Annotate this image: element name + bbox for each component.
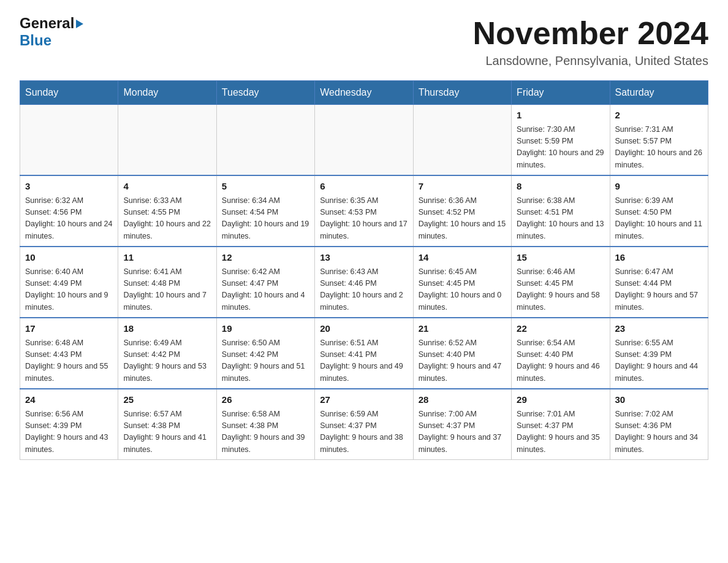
week-row-5: 24Sunrise: 6:56 AMSunset: 4:39 PMDayligh…: [20, 389, 708, 460]
day-number: 1: [517, 109, 604, 123]
day-info: Sunrise: 7:02 AMSunset: 4:36 PMDaylight:…: [615, 408, 703, 456]
day-info: Sunrise: 6:49 AMSunset: 4:42 PMDaylight:…: [123, 337, 211, 385]
cell-w4-d7: 23Sunrise: 6:55 AMSunset: 4:39 PMDayligh…: [610, 318, 708, 389]
day-number: 23: [615, 322, 703, 336]
calendar-header-row: SundayMondayTuesdayWednesdayThursdayFrid…: [20, 81, 708, 105]
cell-w3-d4: 13Sunrise: 6:43 AMSunset: 4:46 PMDayligh…: [315, 247, 413, 318]
day-number: 30: [615, 393, 703, 407]
day-number: 25: [123, 393, 211, 407]
logo: General Blue: [20, 15, 83, 49]
day-number: 12: [222, 251, 309, 265]
cell-w2-d7: 9Sunrise: 6:39 AMSunset: 4:50 PMDaylight…: [610, 175, 708, 247]
cell-w3-d3: 12Sunrise: 6:42 AMSunset: 4:47 PMDayligh…: [216, 247, 314, 318]
cell-w2-d5: 7Sunrise: 6:36 AMSunset: 4:52 PMDaylight…: [413, 175, 511, 247]
cell-w4-d5: 21Sunrise: 6:52 AMSunset: 4:40 PMDayligh…: [413, 318, 511, 389]
week-row-3: 10Sunrise: 6:40 AMSunset: 4:49 PMDayligh…: [20, 247, 708, 318]
day-info: Sunrise: 6:32 AMSunset: 4:56 PMDaylight:…: [25, 195, 113, 243]
day-number: 9: [615, 180, 703, 194]
day-number: 10: [25, 251, 113, 265]
day-info: Sunrise: 6:50 AMSunset: 4:42 PMDaylight:…: [222, 337, 309, 385]
day-number: 19: [222, 322, 309, 336]
day-number: 22: [517, 322, 604, 336]
header-friday: Friday: [512, 81, 610, 105]
cell-w5-d3: 26Sunrise: 6:58 AMSunset: 4:38 PMDayligh…: [216, 389, 314, 460]
day-number: 15: [517, 251, 604, 265]
day-info: Sunrise: 6:56 AMSunset: 4:39 PMDaylight:…: [25, 408, 113, 456]
day-info: Sunrise: 6:38 AMSunset: 4:51 PMDaylight:…: [517, 195, 604, 243]
cell-w1-d2: [118, 105, 216, 176]
cell-w3-d2: 11Sunrise: 6:41 AMSunset: 4:48 PMDayligh…: [118, 247, 216, 318]
title-area: November 2024 Lansdowne, Pennsylvania, U…: [473, 15, 708, 68]
cell-w1-d1: [20, 105, 118, 176]
cell-w2-d2: 4Sunrise: 6:33 AMSunset: 4:55 PMDaylight…: [118, 175, 216, 247]
cell-w1-d5: [413, 105, 511, 176]
cell-w2-d4: 6Sunrise: 6:35 AMSunset: 4:53 PMDaylight…: [315, 175, 413, 247]
cell-w2-d3: 5Sunrise: 6:34 AMSunset: 4:54 PMDaylight…: [216, 175, 314, 247]
calendar-table: SundayMondayTuesdayWednesdayThursdayFrid…: [20, 80, 708, 460]
day-info: Sunrise: 6:57 AMSunset: 4:38 PMDaylight:…: [123, 408, 211, 456]
header-tuesday: Tuesday: [216, 81, 314, 105]
day-number: 6: [320, 180, 408, 194]
cell-w1-d7: 2Sunrise: 7:31 AMSunset: 5:57 PMDaylight…: [610, 105, 708, 176]
week-row-2: 3Sunrise: 6:32 AMSunset: 4:56 PMDaylight…: [20, 175, 708, 247]
cell-w2-d1: 3Sunrise: 6:32 AMSunset: 4:56 PMDaylight…: [20, 175, 118, 247]
cell-w3-d6: 15Sunrise: 6:46 AMSunset: 4:45 PMDayligh…: [512, 247, 610, 318]
cell-w2-d6: 8Sunrise: 6:38 AMSunset: 4:51 PMDaylight…: [512, 175, 610, 247]
cell-w5-d1: 24Sunrise: 6:56 AMSunset: 4:39 PMDayligh…: [20, 389, 118, 460]
day-number: 21: [419, 322, 506, 336]
day-info: Sunrise: 6:51 AMSunset: 4:41 PMDaylight:…: [320, 337, 408, 385]
day-number: 11: [123, 251, 211, 265]
calendar-title: November 2024: [473, 15, 708, 52]
logo-general: General: [20, 15, 74, 32]
cell-w5-d7: 30Sunrise: 7:02 AMSunset: 4:36 PMDayligh…: [610, 389, 708, 460]
day-number: 7: [419, 180, 506, 194]
day-number: 18: [123, 322, 211, 336]
day-number: 14: [419, 251, 506, 265]
day-number: 4: [123, 180, 211, 194]
day-info: Sunrise: 6:35 AMSunset: 4:53 PMDaylight:…: [320, 195, 408, 243]
day-number: 26: [222, 393, 309, 407]
day-number: 28: [419, 393, 506, 407]
day-info: Sunrise: 6:33 AMSunset: 4:55 PMDaylight:…: [123, 195, 211, 243]
cell-w4-d2: 18Sunrise: 6:49 AMSunset: 4:42 PMDayligh…: [118, 318, 216, 389]
day-info: Sunrise: 6:36 AMSunset: 4:52 PMDaylight:…: [419, 195, 506, 243]
cell-w3-d5: 14Sunrise: 6:45 AMSunset: 4:45 PMDayligh…: [413, 247, 511, 318]
day-info: Sunrise: 6:45 AMSunset: 4:45 PMDaylight:…: [419, 266, 506, 314]
day-info: Sunrise: 6:48 AMSunset: 4:43 PMDaylight:…: [25, 337, 113, 385]
header-saturday: Saturday: [610, 81, 708, 105]
day-info: Sunrise: 6:41 AMSunset: 4:48 PMDaylight:…: [123, 266, 211, 314]
day-number: 3: [25, 180, 113, 194]
day-number: 24: [25, 393, 113, 407]
week-row-4: 17Sunrise: 6:48 AMSunset: 4:43 PMDayligh…: [20, 318, 708, 389]
header-monday: Monday: [118, 81, 216, 105]
day-info: Sunrise: 6:34 AMSunset: 4:54 PMDaylight:…: [222, 195, 309, 243]
day-info: Sunrise: 6:59 AMSunset: 4:37 PMDaylight:…: [320, 408, 408, 456]
day-info: Sunrise: 7:01 AMSunset: 4:37 PMDaylight:…: [517, 408, 604, 456]
cell-w4-d3: 19Sunrise: 6:50 AMSunset: 4:42 PMDayligh…: [216, 318, 314, 389]
day-info: Sunrise: 6:58 AMSunset: 4:38 PMDaylight:…: [222, 408, 309, 456]
header-wednesday: Wednesday: [315, 81, 413, 105]
day-info: Sunrise: 6:55 AMSunset: 4:39 PMDaylight:…: [615, 337, 703, 385]
day-info: Sunrise: 7:00 AMSunset: 4:37 PMDaylight:…: [419, 408, 506, 456]
cell-w1-d3: [216, 105, 314, 176]
day-info: Sunrise: 6:52 AMSunset: 4:40 PMDaylight:…: [419, 337, 506, 385]
day-info: Sunrise: 6:39 AMSunset: 4:50 PMDaylight:…: [615, 195, 703, 243]
day-number: 5: [222, 180, 309, 194]
cell-w5-d5: 28Sunrise: 7:00 AMSunset: 4:37 PMDayligh…: [413, 389, 511, 460]
cell-w4-d1: 17Sunrise: 6:48 AMSunset: 4:43 PMDayligh…: [20, 318, 118, 389]
day-info: Sunrise: 6:54 AMSunset: 4:40 PMDaylight:…: [517, 337, 604, 385]
day-number: 2: [615, 109, 703, 123]
cell-w5-d4: 27Sunrise: 6:59 AMSunset: 4:37 PMDayligh…: [315, 389, 413, 460]
cell-w1-d6: 1Sunrise: 7:30 AMSunset: 5:59 PMDaylight…: [512, 105, 610, 176]
logo-blue: Blue: [20, 32, 51, 48]
logo-arrow-icon: [76, 20, 83, 28]
day-number: 29: [517, 393, 604, 407]
cell-w5-d2: 25Sunrise: 6:57 AMSunset: 4:38 PMDayligh…: [118, 389, 216, 460]
day-info: Sunrise: 6:47 AMSunset: 4:44 PMDaylight:…: [615, 266, 703, 314]
day-number: 17: [25, 322, 113, 336]
day-number: 8: [517, 180, 604, 194]
day-info: Sunrise: 6:43 AMSunset: 4:46 PMDaylight:…: [320, 266, 408, 314]
header: General Blue November 2024 Lansdowne, Pe…: [20, 15, 708, 68]
week-row-1: 1Sunrise: 7:30 AMSunset: 5:59 PMDaylight…: [20, 105, 708, 176]
day-info: Sunrise: 7:31 AMSunset: 5:57 PMDaylight:…: [615, 124, 703, 172]
